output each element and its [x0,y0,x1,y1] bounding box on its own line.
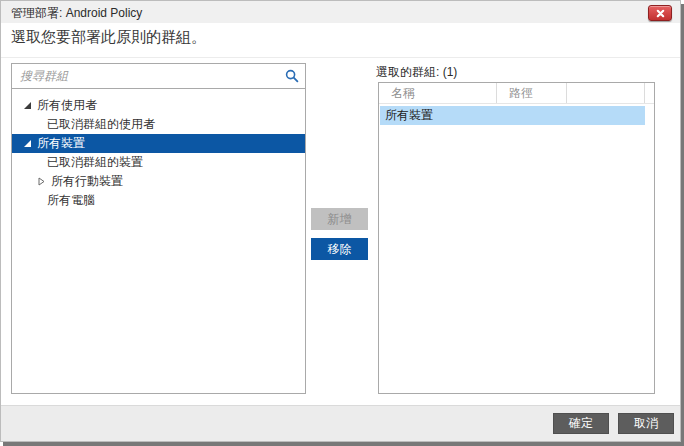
tree-item-all-users[interactable]: 所有使用者 [12,96,305,115]
tree-item-label: 所有裝置 [37,135,85,152]
tree-item-all-mobile-devices[interactable]: 所有行動裝置 [12,172,305,191]
title-bar: 管理部署: Android Policy [1,1,680,23]
tree-item-all-devices[interactable]: 所有裝置 [12,134,305,153]
tree-item-label: 已取消群組的裝置 [47,154,143,171]
dialog-subtitle: 選取您要部署此原則的群組。 [11,28,206,47]
dialog-title: 管理部署: Android Policy [11,5,142,22]
tree-item-label: 所有行動裝置 [51,173,123,190]
tree-item-label: 所有電腦 [47,192,95,209]
selected-groups-table: 名稱 路徑 所有裝置 [378,82,655,394]
tree-collapsed-icon[interactable] [37,177,46,186]
cancel-button[interactable]: 取消 [618,413,674,434]
manage-deployment-dialog: 管理部署: Android Policy 選取您要部署此原則的群組。 所有使用者 [0,0,681,442]
group-search-box [11,63,306,89]
ok-button[interactable]: 確定 [553,413,609,434]
tree-item-label: 已取消群組的使用者 [47,116,155,133]
tree-item-ungrouped-devices[interactable]: 已取消群組的裝置 [12,153,305,172]
tree-expanded-icon[interactable] [23,101,32,110]
search-input[interactable] [12,64,282,88]
selected-groups-label: 選取的群組: (1) [376,64,457,81]
add-button[interactable]: 新增 [311,208,368,230]
close-button[interactable] [648,5,672,21]
divider [1,57,680,58]
table-row[interactable]: 所有裝置 [380,106,645,125]
table-header: 名稱 路徑 [379,83,654,104]
search-icon[interactable] [285,69,299,83]
column-header-path[interactable]: 路徑 [497,83,567,103]
tree-item-all-computers[interactable]: 所有電腦 [12,191,305,210]
column-header-name[interactable]: 名稱 [379,83,497,103]
tree-item-label: 所有使用者 [37,97,97,114]
tree-item-ungrouped-users[interactable]: 已取消群組的使用者 [12,115,305,134]
group-tree-panel: 所有使用者 已取消群組的使用者 所有裝置 已取消群組的裝置 所有行動裝置 [11,88,306,394]
close-icon [656,9,665,18]
footer-bar: 確定 取消 [1,405,680,441]
column-header-blank [567,83,645,103]
group-tree: 所有使用者 已取消群組的使用者 所有裝置 已取消群組的裝置 所有行動裝置 [12,89,305,210]
remove-button[interactable]: 移除 [311,238,368,260]
tree-expanded-icon[interactable] [23,139,32,148]
